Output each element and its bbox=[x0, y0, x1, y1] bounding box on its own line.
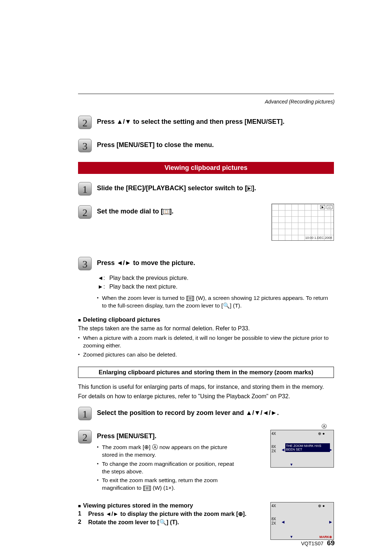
step-number-3-icon: 3 bbox=[78, 139, 92, 152]
zoom-lcd-1: Ⓐ 4X 8X 2X ⊕ ● THE ZOOM MARK HAS BEEN SE… bbox=[270, 430, 334, 468]
svg-text:2: 2 bbox=[82, 432, 87, 443]
svg-text:1: 1 bbox=[82, 408, 87, 420]
deleting-notes: When a picture with a zoom mark is delet… bbox=[78, 334, 334, 359]
svg-text:3: 3 bbox=[82, 258, 87, 270]
view-step-1-title: Slide the [REC]/[PLAYBACK] selector swit… bbox=[97, 184, 334, 192]
zoom-mark-icon: ⊕ bbox=[238, 511, 243, 517]
magnifier-icon: 🔍 bbox=[223, 302, 230, 309]
deleting-heading: ■Deleting clipboard pictures bbox=[78, 316, 334, 323]
manual-code: VQT1S07 bbox=[301, 541, 323, 546]
grid-icon: ⊞ bbox=[144, 486, 150, 491]
substep-1: 1 Press ◄/► to display the picture with … bbox=[78, 510, 267, 517]
svg-text:3: 3 bbox=[82, 140, 87, 152]
svg-text:2: 2 bbox=[82, 117, 87, 129]
enlarge-intro-1: This function is useful for enlarging pa… bbox=[78, 383, 334, 391]
view-step-2: 2 Set the mode dial to [📋]. bbox=[78, 205, 268, 219]
page-footer: VQT1S07 69 bbox=[301, 539, 335, 547]
play-chip-icon: ▶ bbox=[320, 205, 325, 209]
section-bar-viewing: Viewing clipboard pictures bbox=[78, 162, 334, 174]
step-number-2-icon: 2 bbox=[78, 430, 92, 444]
zoom-scale: 4X 8X 2X bbox=[271, 504, 276, 526]
battery-icon: ▭ bbox=[327, 205, 332, 209]
zoom-mark-icon: ⊕ bbox=[144, 444, 149, 450]
clipboard-mode-icon: 📋 bbox=[163, 209, 170, 214]
svg-text:1: 1 bbox=[82, 184, 87, 195]
enlarge-step-2-title: Press [MENU/SET]. bbox=[97, 432, 267, 440]
step-number-2-icon: 2 bbox=[78, 115, 92, 129]
section-header: Advanced (Recording pictures) bbox=[265, 99, 335, 105]
arrow-definitions: ◄:Play back the previous picture. ►:Play… bbox=[97, 273, 193, 292]
step-number-3-icon: 3 bbox=[78, 257, 92, 270]
deleting-body: The steps taken are the same as for norm… bbox=[78, 325, 334, 333]
zoom-note: When the zoom lever is turned to [⊞] (W)… bbox=[97, 294, 334, 310]
lcd-timestamp: 10:00 1.DEC.2008 bbox=[272, 236, 334, 240]
step-2-title: Press ▲/▼ to select the setting and then… bbox=[97, 118, 334, 126]
zoom-pin-icon: ⊕ ● bbox=[318, 431, 325, 436]
substep-2: 2 Rotate the zoom lever to [🔍] (T). bbox=[78, 519, 267, 526]
mark-label: MARK⊕ bbox=[319, 535, 332, 539]
lcd-preview-map: ▶ ▭ 10:00 1.DEC.2008 bbox=[271, 204, 334, 241]
enlarging-box-title: Enlarging clipboard pictures and storing… bbox=[78, 367, 334, 378]
page-number: 69 bbox=[327, 539, 335, 547]
view-step-3: 3 Press ◄/► to move the picture. bbox=[78, 257, 334, 270]
play-icon: ▶ bbox=[247, 186, 252, 191]
annotation-A: Ⓐ bbox=[322, 423, 327, 430]
zoom-set-message: THE ZOOM MARK HAS BEEN SET bbox=[285, 443, 330, 452]
zoom-lcd-2: 4X 8X 2X ⊕ ● MARK⊕ ◀ ▶ ▼ bbox=[270, 502, 334, 540]
enlarge-step-2-notes: The zoom mark [⊕] Ⓐ now appears on the p… bbox=[97, 444, 235, 492]
step-number-1-icon: 1 bbox=[78, 182, 92, 196]
magnifier-icon: 🔍 bbox=[159, 519, 167, 525]
zoom-pin-icon: ⊕ ● bbox=[318, 504, 325, 508]
enlarge-intro-2: For details on how to enlarge pictures, … bbox=[78, 392, 334, 400]
view-step-1: 1 Slide the [REC]/[PLAYBACK] selector sw… bbox=[78, 182, 334, 196]
step-3-close-menu: 3 Press [MENU/SET] to close the menu. bbox=[78, 139, 334, 152]
step-number-2-icon: 2 bbox=[78, 205, 92, 219]
grid-icon: ⊞ bbox=[188, 296, 193, 301]
step-3-title: Press [MENU/SET] to close the menu. bbox=[97, 141, 334, 149]
step-number-1-icon: 1 bbox=[78, 407, 92, 420]
view-step-3-title: Press ◄/► to move the picture. bbox=[97, 259, 334, 267]
enlarge-step-1: 1 Select the position to record by zoom … bbox=[78, 407, 334, 420]
zoom-scale: 4X 8X 2X bbox=[271, 432, 276, 453]
step-2-select-setting: 2 Press ▲/▼ to select the setting and th… bbox=[78, 115, 334, 129]
enlarge-step-1-title: Select the position to record by zoom le… bbox=[97, 409, 334, 417]
view-step-2-title: Set the mode dial to [📋]. bbox=[97, 207, 268, 216]
enlarge-step-2: 2 Press [MENU/SET]. The zoom mark [⊕] Ⓐ … bbox=[78, 430, 267, 493]
svg-text:2: 2 bbox=[82, 207, 87, 218]
